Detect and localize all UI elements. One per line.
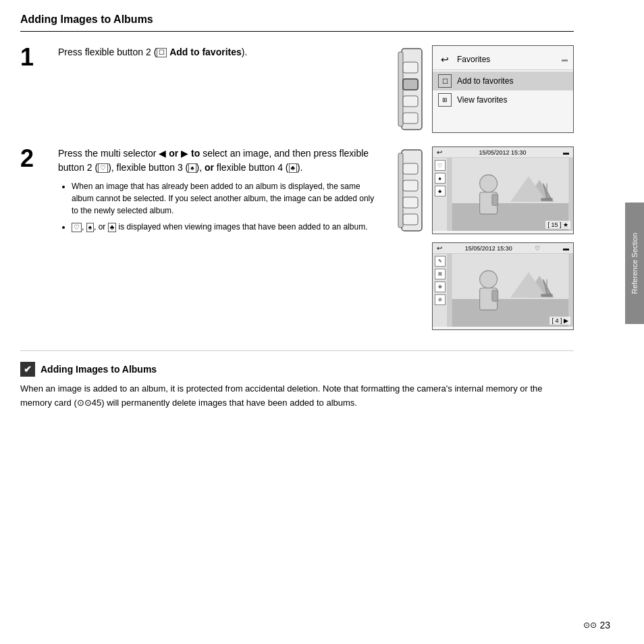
bullet-2: ♡, ♠, or ♣ is displayed when viewing ima… [72, 221, 379, 233]
add-favorites-icon: ☐ [438, 74, 452, 88]
icon-btn-heart: ♡ [435, 160, 446, 171]
heart-status-icon: ♡ [535, 245, 540, 252]
step-2-bullets: When an image that has already been adde… [58, 180, 379, 233]
page-title: Adding Images to Albums [20, 14, 574, 32]
battery-1: ▬ [563, 149, 569, 156]
note-body-text: When an image is added to an album, it i… [20, 382, 574, 410]
flex-btn-4-icon: ♣ [289, 163, 298, 173]
icon-link: ⊕ [435, 281, 446, 292]
step-2-images: ↩ 15/05/2012 15:30 ▬ ♡ ♠ ♣ [390, 146, 574, 330]
flex-btn-3-icon: ♠ [188, 163, 196, 173]
step-2-screen-2: ↩ 15/05/2012 15:30 ♡ ▬ ✎ ⊞ ⊕ ⊘ [432, 242, 574, 330]
view-favorites-label: View favorites [457, 95, 507, 105]
note-title-row: ✔ Adding Images to Albums [20, 362, 574, 377]
svg-rect-4 [403, 96, 418, 107]
step-2-number: 2 [20, 146, 47, 171]
photo-main-1: [ 15 ] ★ [448, 158, 573, 231]
heart-icon-inline: ♡ [72, 223, 82, 232]
svg-rect-32 [541, 294, 552, 296]
menu-item-add-favorites[interactable]: ☐ Add to favorites [433, 72, 573, 90]
back-icon-header: ↩ [437, 149, 442, 156]
svg-point-17 [480, 175, 498, 192]
photo-illustration-1 [448, 158, 573, 231]
svg-rect-19 [492, 194, 498, 205]
page-number-area: ⊙⊙ 23 [583, 620, 610, 630]
spade-icon-inline: ♠ [86, 223, 94, 232]
step-1-text: Press flexible button 2 (☐ Add to favori… [58, 45, 379, 59]
timestamp-1: 15/05/2012 15:30 [479, 149, 526, 156]
menu-header-row: ↩ Favorites ▬ [433, 50, 573, 70]
timestamp-2: 15/05/2012 15:30 [465, 245, 512, 252]
svg-rect-6 [403, 79, 418, 90]
icon-btn-spade: ♠ [435, 173, 446, 184]
svg-rect-10 [403, 180, 418, 191]
icon-btn-club: ♣ [435, 186, 446, 196]
step-1-screen: ↩ Favorites ▬ ☐ Add to favorites ⊞ View … [432, 45, 574, 133]
button-icon-1: ☐ [157, 48, 167, 57]
club-icon-inline: ♣ [108, 223, 117, 232]
step-1-bold: Add to favorites [169, 47, 242, 57]
note-box: ✔ Adding Images to Albums When an image … [20, 350, 574, 410]
photo-area-2: ✎ ⊞ ⊕ ⊘ [433, 254, 573, 327]
step-2-content: Press the multi selector ◀ or ▶ to selec… [58, 146, 379, 237]
icon-trash: ⊘ [435, 294, 446, 305]
camera-side-illustration-1 [390, 45, 427, 133]
battery-indicator: ▬ [562, 56, 568, 63]
left-icons-2: ✎ ⊞ ⊕ ⊘ [433, 254, 448, 327]
svg-point-27 [480, 271, 498, 288]
screen-header-bar-2: ↩ 15/05/2012 15:30 ♡ ▬ [433, 243, 573, 254]
left-icons-1: ♡ ♠ ♣ [433, 158, 448, 231]
step-1-row: 1 Press flexible button 2 (☐ Add to favo… [20, 45, 574, 133]
back-arrow-icon: ↩ [438, 53, 452, 66]
screen-header-bar-1: ↩ 15/05/2012 15:30 ▬ [433, 147, 573, 158]
battery-2: ▬ [563, 245, 569, 252]
svg-rect-1 [398, 52, 403, 126]
bullet-1: When an image that has already been adde… [72, 180, 379, 217]
step-2-text: Press the multi selector ◀ or ▶ to selec… [58, 146, 379, 175]
photo-area-1: ♡ ♠ ♣ [433, 158, 573, 231]
photo-illustration-2 [448, 254, 573, 327]
svg-rect-22 [541, 198, 552, 200]
menu-header-label: Favorites [457, 55, 490, 64]
back-icon-header-2: ↩ [437, 244, 442, 252]
icon-film: ⊞ [435, 269, 446, 279]
step-2-row: 2 Press the multi selector ◀ or ▶ to sel… [20, 146, 574, 330]
svg-rect-8 [398, 153, 403, 227]
photo-main-2: [ 4 ] ▶ [448, 254, 573, 327]
step-1-number: 1 [20, 45, 47, 70]
svg-rect-12 [403, 214, 418, 225]
menu-item-view-favorites[interactable]: ⊞ View favorites [433, 90, 573, 109]
svg-rect-5 [403, 113, 418, 124]
reference-tab-label: Reference Section [630, 233, 639, 294]
step-1-content: Press flexible button 2 (☐ Add to favori… [58, 45, 379, 65]
add-favorites-label: Add to favorites [457, 76, 513, 86]
photo-screen-inner-2: ↩ 15/05/2012 15:30 ♡ ▬ ✎ ⊞ ⊕ ⊘ [433, 243, 573, 329]
note-title-text: Adding Images to Albums [41, 364, 157, 375]
svg-rect-11 [403, 197, 418, 208]
step-1-image: ↩ Favorites ▬ ☐ Add to favorites ⊞ View … [390, 45, 574, 133]
svg-rect-29 [492, 290, 498, 301]
photo-screen-inner-1: ↩ 15/05/2012 15:30 ▬ ♡ ♠ ♣ [433, 147, 573, 234]
step-2-image-row-2: ↩ 15/05/2012 15:30 ♡ ▬ ✎ ⊞ ⊕ ⊘ [390, 242, 574, 330]
favorites-menu: ↩ Favorites ▬ ☐ Add to favorites ⊞ View … [433, 46, 573, 113]
flex-btn-2-icon: ♡ [98, 163, 108, 173]
photo-counter-1: [ 15 ] ★ [545, 221, 570, 229]
svg-rect-2 [403, 62, 418, 73]
page-number: 23 [599, 620, 610, 630]
step-2-image-row-1: ↩ 15/05/2012 15:30 ▬ ♡ ♠ ♣ [390, 146, 574, 234]
note-check-icon: ✔ [20, 362, 35, 377]
step-2-screen-1: ↩ 15/05/2012 15:30 ▬ ♡ ♠ ♣ [432, 146, 574, 234]
view-favorites-icon: ⊞ [438, 93, 452, 107]
photo-counter-2: [ 4 ] ▶ [549, 317, 570, 325]
reference-section-tab: Reference Section [625, 203, 644, 324]
page-number-icon: ⊙⊙ [583, 620, 597, 630]
icon-edit: ✎ [435, 256, 446, 267]
svg-rect-9 [403, 163, 418, 174]
camera-side-illustration-2 [390, 146, 427, 234]
